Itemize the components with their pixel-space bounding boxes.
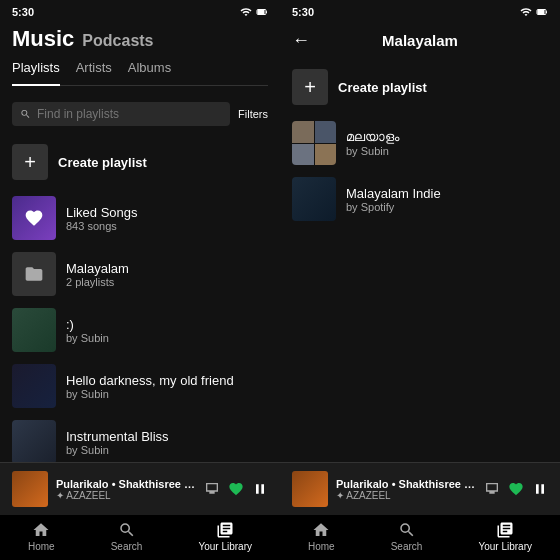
malayalam-folder-info: Malayalam 2 playlists — [66, 261, 268, 288]
list-item-darkness[interactable]: Hello darkness, my old friend by Subin — [0, 358, 280, 414]
np-pause-icon-right[interactable] — [532, 481, 548, 497]
svg-rect-1 — [266, 11, 267, 13]
search-bar: Filters — [0, 94, 280, 134]
search-nav-icon-left — [118, 521, 136, 539]
np-like-icon-right[interactable] — [508, 481, 524, 497]
back-button[interactable]: ← — [292, 30, 310, 51]
right-panel: 5:30 ← Malayalam + Create playlist മലയാള… — [280, 0, 560, 560]
darkness-info: Hello darkness, my old friend by Subin — [66, 373, 268, 400]
create-playlist-label-right: Create playlist — [338, 80, 427, 95]
podcasts-title[interactable]: Podcasts — [82, 32, 153, 50]
mal-indie-sub: by Spotify — [346, 201, 548, 213]
liked-songs-info: Liked Songs 843 songs — [66, 205, 268, 232]
np-title-left: Pularikalo • Shakthisree Gopalan — [56, 478, 196, 490]
instrumental-name: Instrumental Bliss — [66, 429, 268, 444]
status-time-right: 5:30 — [292, 6, 314, 18]
wifi-icon — [240, 6, 252, 18]
right-list: + Create playlist മലയാളം by Subin Malaya… — [280, 59, 560, 261]
mal-indie-thumb — [292, 177, 336, 221]
right-spacer — [280, 261, 560, 463]
status-time-left: 5:30 — [12, 6, 34, 18]
np-artist-left: ✦ AZAZEEL — [56, 490, 196, 501]
search-input-wrap[interactable] — [12, 102, 230, 126]
nav-library-label-left: Your Library — [198, 541, 252, 552]
filters-button[interactable]: Filters — [238, 108, 268, 120]
svg-rect-4 — [546, 11, 547, 13]
nav-library-right[interactable]: Your Library — [478, 521, 532, 552]
tab-playlists[interactable]: Playlists — [12, 60, 60, 86]
np-title-right: Pularikalo • Shakthisree Gopalan — [336, 478, 476, 490]
np-pause-icon-left[interactable] — [252, 481, 268, 497]
create-playlist-right[interactable]: + Create playlist — [280, 59, 560, 115]
smiley-sub: by Subin — [66, 332, 268, 344]
nav-home-label-right: Home — [308, 541, 335, 552]
nav-library-label-right: Your Library — [478, 541, 532, 552]
tabs-row: Playlists Artists Albums — [12, 60, 268, 86]
list-item-instrumental[interactable]: Instrumental Bliss by Subin — [0, 414, 280, 462]
list-item-liked[interactable]: Liked Songs 843 songs — [0, 190, 280, 246]
svg-rect-5 — [538, 10, 545, 14]
np-info-left: Pularikalo • Shakthisree Gopalan ✦ AZAZE… — [56, 478, 196, 501]
np-art-left — [12, 471, 48, 507]
nav-home-right[interactable]: Home — [308, 521, 335, 552]
nav-search-left[interactable]: Search — [111, 521, 143, 552]
nav-library-left[interactable]: Your Library — [198, 521, 252, 552]
left-list: + Create playlist Liked Songs 843 songs … — [0, 134, 280, 462]
mal-indie-name: Malayalam Indie — [346, 186, 548, 201]
np-controls-left — [204, 481, 268, 497]
list-item-malayalam[interactable]: Malayalam 2 playlists — [0, 246, 280, 302]
status-bar-left: 5:30 — [0, 0, 280, 22]
library-icon-right — [496, 521, 514, 539]
nav-search-right[interactable]: Search — [391, 521, 423, 552]
nav-home-left[interactable]: Home — [28, 521, 55, 552]
now-playing-right[interactable]: Pularikalo • Shakthisree Gopalan ✦ AZAZE… — [280, 462, 560, 515]
left-header: Music Podcasts Playlists Artists Albums — [0, 22, 280, 94]
mosaic-cell-4 — [315, 144, 337, 166]
bottom-nav-left: Home Search Your Library — [0, 515, 280, 560]
malayalam-folder-thumb — [12, 252, 56, 296]
mal-indie-info: Malayalam Indie by Spotify — [346, 186, 548, 213]
smiley-thumb — [12, 308, 56, 352]
instrumental-info: Instrumental Bliss by Subin — [66, 429, 268, 456]
smiley-name: :) — [66, 317, 268, 332]
list-item-mal-indie[interactable]: Malayalam Indie by Spotify — [280, 171, 560, 227]
np-device-icon-right[interactable] — [484, 481, 500, 497]
mal-mosaic-thumb — [292, 121, 336, 165]
right-panel-title: Malayalam — [382, 32, 458, 49]
music-title: Music — [12, 26, 74, 52]
list-item-mal[interactable]: മലയാളം by Subin — [280, 115, 560, 171]
home-icon-left — [32, 521, 50, 539]
list-item-smiley[interactable]: :) by Subin — [0, 302, 280, 358]
malayalam-folder-name: Malayalam — [66, 261, 268, 276]
np-controls-right — [484, 481, 548, 497]
np-artist-right: ✦ AZAZEEL — [336, 490, 476, 501]
nav-search-label-left: Search — [111, 541, 143, 552]
bottom-nav-right: Home Search Your Library — [280, 515, 560, 560]
tab-artists[interactable]: Artists — [76, 60, 112, 79]
search-nav-icon-right — [398, 521, 416, 539]
mosaic-cell-2 — [315, 121, 337, 143]
darkness-sub: by Subin — [66, 388, 268, 400]
instrumental-thumb — [12, 420, 56, 462]
liked-songs-thumb — [12, 196, 56, 240]
liked-songs-name: Liked Songs — [66, 205, 268, 220]
nav-home-label-left: Home — [28, 541, 55, 552]
tab-albums[interactable]: Albums — [128, 60, 171, 79]
library-icon-left — [216, 521, 234, 539]
home-icon-right — [312, 521, 330, 539]
np-like-icon-left[interactable] — [228, 481, 244, 497]
darkness-name: Hello darkness, my old friend — [66, 373, 268, 388]
heart-icon — [24, 208, 44, 228]
status-icons-left — [240, 6, 268, 18]
search-input[interactable] — [37, 107, 222, 121]
smiley-info: :) by Subin — [66, 317, 268, 344]
mal-sub: by Subin — [346, 145, 548, 157]
left-panel: 5:30 Music Podcasts Playlists Artists Al… — [0, 0, 280, 560]
create-playlist-left[interactable]: + Create playlist — [0, 134, 280, 190]
battery-icon — [256, 6, 268, 18]
mosaic-cell-1 — [292, 121, 314, 143]
right-header: ← Malayalam — [280, 22, 560, 59]
np-device-icon-left[interactable] — [204, 481, 220, 497]
now-playing-left[interactable]: Pularikalo • Shakthisree Gopalan ✦ AZAZE… — [0, 462, 280, 515]
search-icon — [20, 108, 31, 120]
